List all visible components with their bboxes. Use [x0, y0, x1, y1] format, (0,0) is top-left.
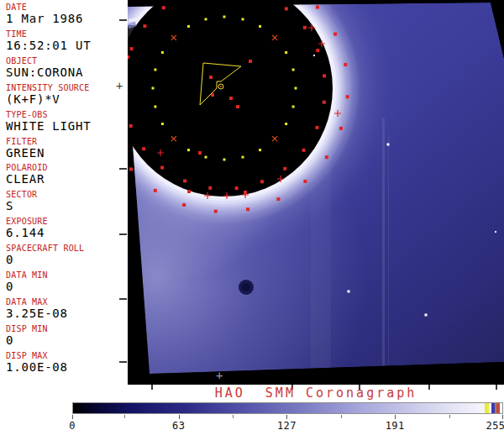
outer-red-ring-dot — [346, 95, 349, 98]
field-label: DATA MAX — [6, 297, 127, 307]
field-value: 0 — [6, 281, 127, 293]
extra-red-dot — [229, 97, 233, 100]
metadata-field: SECTORS — [6, 190, 127, 212]
extra-red-dot — [128, 55, 129, 59]
metadata-field: INTENSITY SOURCE(K+F)*V — [6, 83, 127, 106]
outer-red-ring-dot — [129, 167, 133, 170]
middle-red-ring-dot — [129, 124, 133, 128]
colorbar-tick — [286, 415, 287, 419]
inner-yellow-ring-dot — [259, 25, 261, 28]
extra-red-dot — [236, 105, 239, 108]
middle-red-ring-dot — [160, 166, 164, 170]
field-label: EXPOSURE — [6, 217, 127, 226]
field-value: 1.00E-08 — [6, 361, 127, 374]
inner-yellow-ring-dot — [161, 51, 164, 54]
field-value: GREEN — [6, 147, 127, 160]
outer-red-ring-dot — [344, 63, 347, 66]
middle-red-ring-dot — [208, 186, 212, 190]
field-label: DATA MIN — [6, 270, 127, 280]
metadata-field: EXPOSURE6.144 — [6, 217, 127, 239]
inner-yellow-ring-dot — [241, 18, 244, 20]
outer-red-ring-dot — [303, 180, 307, 183]
inner-yellow-ring-dot — [223, 16, 226, 18]
colorbar-minor-tick — [341, 415, 342, 418]
inner-yellow-ring-dot — [295, 87, 297, 90]
left-axis-tick — [119, 361, 127, 363]
outer-red-ring-dot — [246, 207, 249, 211]
extra-red-dot — [187, 190, 191, 193]
field-label: DISP MIN — [6, 324, 127, 333]
inner-yellow-ring-dot — [154, 105, 156, 108]
star-dot — [425, 314, 428, 317]
left-axis-tick — [119, 298, 127, 300]
left-axis-tick — [119, 168, 127, 170]
middle-red-ring-dot — [235, 186, 239, 190]
field-label: DATE — [6, 3, 127, 12]
field-value: 0 — [6, 334, 127, 347]
metadata-field: FILTERGREEN — [6, 137, 127, 160]
field-label: TIME — [6, 29, 127, 39]
colorbar-tick — [72, 415, 73, 419]
colorbar-tick-label: 127 — [277, 420, 297, 430]
middle-red-ring-dot — [302, 149, 306, 152]
metadata-field: TIME16:52:01 UT — [6, 29, 127, 52]
colorbar-minor-tick — [449, 415, 450, 418]
colorbar-minor-tick — [124, 415, 125, 418]
middle-red-ring-dot — [316, 49, 319, 52]
field-value: (K+F)*V — [6, 93, 127, 106]
middle-red-ring-dot — [303, 26, 307, 29]
field-value: S — [6, 200, 127, 212]
colorbar-tick — [395, 415, 396, 419]
field-value: 0 — [6, 254, 127, 266]
inner-yellow-ring-dot — [241, 156, 244, 159]
inner-yellow-ring-dot — [205, 156, 207, 159]
metadata-field: DATA MIN0 — [6, 270, 127, 293]
outer-red-ring-dot — [325, 155, 328, 159]
field-value: 3.25E-08 — [6, 307, 127, 320]
middle-red-ring-dot — [143, 24, 146, 28]
colorbar-gradient — [72, 402, 503, 414]
outer-red-ring-dot — [316, 6, 319, 9]
field-label: DISP MAX — [6, 351, 127, 360]
extra-red-dot — [198, 151, 202, 155]
inner-yellow-ring-dot — [205, 18, 207, 20]
field-value: SUN:CORONA — [6, 66, 127, 79]
extra-red-dot — [249, 60, 252, 63]
smm-coronagraph-viewer: DATE1 Mar 1986TIME16:52:01 UTOBJECTSUN:C… — [0, 0, 504, 430]
inner-yellow-ring-dot — [187, 25, 190, 28]
colorbar-tick-label: 0 — [69, 420, 76, 430]
middle-red-ring-dot — [142, 147, 145, 150]
inner-yellow-ring-dot — [223, 159, 226, 161]
field-label: POLAROID — [6, 163, 127, 172]
bottom-fiducial-plus: + — [216, 370, 223, 380]
inner-yellow-ring-dot — [292, 69, 295, 71]
outer-red-ring-dot — [333, 33, 337, 36]
metadata-field: OBJECTSUN:CORONA — [6, 56, 127, 79]
metadata-field: TYPE-OBSWHITE LIGHT — [6, 110, 127, 133]
star-dot — [387, 144, 390, 146]
inner-yellow-ring-dot — [161, 123, 164, 125]
left-axis-tick — [119, 233, 127, 235]
colorbar-minor-tick — [233, 415, 234, 418]
metadata-field: DATA MAX3.25E-08 — [6, 297, 127, 320]
field-label: SPACECRAFT ROLL — [6, 244, 127, 253]
image-frame — [128, 0, 504, 385]
left-fiducial-plus: + — [116, 81, 123, 91]
middle-red-ring-dot — [162, 6, 165, 9]
field-label: INTENSITY SOURCE — [6, 83, 127, 92]
field-label: OBJECT — [6, 56, 127, 66]
inner-yellow-ring-dot — [259, 149, 261, 151]
middle-red-ring-dot — [323, 101, 326, 104]
image-title: HAO SMM Coronagraph — [128, 385, 504, 401]
inner-yellow-ring-dot — [292, 105, 295, 108]
middle-red-ring-dot — [323, 74, 326, 77]
field-value: 6.144 — [6, 227, 127, 239]
inner-yellow-ring-dot — [285, 51, 287, 54]
metadata-field: DATE1 Mar 1986 — [6, 3, 127, 25]
metadata-panel: DATE1 Mar 1986TIME16:52:01 UTOBJECTSUN:C… — [0, 0, 128, 385]
dark-spot-core — [242, 283, 250, 291]
field-label: TYPE-OBS — [6, 110, 127, 119]
extra-red-dot — [209, 76, 213, 79]
metadata-field: SPACECRAFT ROLL0 — [6, 244, 127, 266]
field-value: 16:52:01 UT — [6, 39, 127, 52]
